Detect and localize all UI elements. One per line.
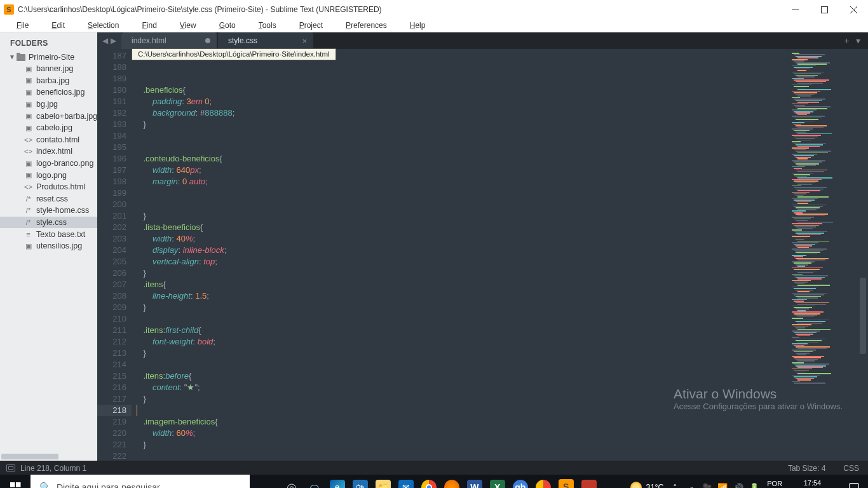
- file-type-icon: /*: [23, 219, 34, 226]
- task-view-button[interactable]: ◎: [283, 478, 301, 488]
- file-label: beneficios.jpg: [36, 88, 85, 97]
- file-label: utensilios.jpg: [36, 241, 82, 250]
- taskbar-app-other[interactable]: [580, 478, 598, 488]
- file-banner-jpg[interactable]: ▣banner.jpg: [0, 63, 97, 75]
- file-barba-jpg[interactable]: ▣barba.jpg: [0, 75, 97, 87]
- taskbar-app-chrome-canary[interactable]: [534, 478, 552, 488]
- input-language[interactable]: POR PTB2: [766, 480, 783, 488]
- status-syntax[interactable]: CSS: [843, 464, 859, 473]
- folder-icon: [17, 54, 25, 61]
- file-label: cabelo.jpg: [36, 123, 72, 132]
- file-beneficios-jpg[interactable]: ▣beneficios.jpg: [0, 86, 97, 98]
- tab-history-nav[interactable]: ◀▶: [97, 32, 121, 49]
- taskbar-app-firefox[interactable]: [443, 478, 461, 488]
- file-label: Produtos.html: [36, 182, 85, 191]
- taskbar-app-word[interactable]: W: [466, 478, 484, 488]
- file-label: reset.css: [36, 194, 68, 203]
- new-tab-button[interactable]: +: [844, 36, 849, 46]
- taskbar-app-cluster: ◎ ⬭ e 🛍 📁 ✉ W X qb S: [250, 478, 630, 488]
- sidebar-horizontal-scrollbar[interactable]: [0, 452, 97, 461]
- wifi-icon[interactable]: 📶: [717, 483, 728, 489]
- minimize-button[interactable]: [780, 0, 810, 19]
- disclosure-triangle-icon[interactable]: ▼: [9, 53, 15, 60]
- file-Texto-base-txt[interactable]: ≡Texto base.txt: [0, 228, 97, 240]
- taskbar-app-excel[interactable]: X: [489, 478, 506, 488]
- taskbar-search[interactable]: 🔍 Digite aqui para pesquisar: [31, 475, 250, 488]
- file-logo-png[interactable]: ▣logo.png: [0, 169, 97, 181]
- taskbar-app-qbittorrent[interactable]: qb: [512, 478, 529, 488]
- file-type-icon: ▣: [23, 88, 34, 97]
- volume-icon[interactable]: 🔊: [733, 483, 743, 489]
- menu-view[interactable]: View: [168, 20, 208, 31]
- editor[interactable]: 1871881891901911921931941951961971981992…: [97, 49, 868, 461]
- tab-style-css[interactable]: style.css ×: [218, 32, 313, 49]
- menu-selection[interactable]: Selection: [76, 20, 130, 31]
- weather-widget[interactable]: 31°C: [630, 482, 663, 488]
- dirty-indicator-icon: [205, 38, 210, 43]
- file-label: logo-branco.png: [36, 159, 93, 168]
- action-center-button[interactable]: [841, 475, 867, 488]
- menu-edit[interactable]: Edit: [40, 20, 76, 31]
- taskbar-app-edge[interactable]: e: [329, 478, 346, 488]
- file-type-icon: ▣: [23, 112, 34, 120]
- tray-overflow-icon[interactable]: ˄: [670, 483, 680, 489]
- menu-preferences[interactable]: Preferences: [334, 20, 398, 31]
- vertical-scrollbar[interactable]: [858, 49, 868, 461]
- battery-icon[interactable]: 🔋: [749, 483, 759, 489]
- cortana-button[interactable]: ⬭: [306, 478, 323, 488]
- file-utensilios-jpg[interactable]: ▣utensilios.jpg: [0, 240, 97, 252]
- meet-now-icon[interactable]: 🎥: [702, 483, 712, 489]
- file-type-icon: ▣: [23, 124, 34, 132]
- tab-index-html[interactable]: index.html: [121, 32, 217, 49]
- taskbar-clock[interactable]: 17:54 20/05/2022: [790, 479, 835, 488]
- search-icon: 🔍: [39, 482, 51, 488]
- line-number-gutter[interactable]: 1871881891901911921931941951961971981992…: [97, 49, 132, 461]
- file-logo-branco-png[interactable]: ▣logo-branco.png: [0, 158, 97, 170]
- close-icon[interactable]: ×: [302, 36, 307, 46]
- file-label: style.css: [36, 218, 67, 227]
- taskbar-app-mail[interactable]: ✉: [397, 478, 415, 488]
- file-bg-jpg[interactable]: ▣bg.jpg: [0, 98, 97, 111]
- code-area[interactable]: } .beneficios{ padding: 3em 0; backgroun…: [132, 49, 788, 461]
- file-type-icon: ≡: [23, 231, 34, 238]
- menu-tools[interactable]: Tools: [247, 20, 288, 31]
- windows-logo-icon: [10, 482, 21, 489]
- tab-label: index.html: [132, 36, 166, 45]
- status-tab-size[interactable]: Tab Size: 4: [788, 464, 825, 473]
- start-button[interactable]: [0, 475, 31, 488]
- menu-goto[interactable]: Goto: [208, 20, 247, 31]
- folder-primeiro-site[interactable]: ▼ Primeiro-Site: [0, 51, 97, 63]
- close-button[interactable]: [839, 0, 868, 19]
- file-label: cabelo+barba.jpg: [36, 112, 97, 121]
- menu-file[interactable]: File: [5, 20, 40, 31]
- maximize-button[interactable]: [810, 0, 839, 19]
- sidebar: FOLDERS ▼ Primeiro-Site ▣banner.jpg▣barb…: [0, 32, 97, 461]
- file-style-home-css[interactable]: /*style-home.css: [0, 205, 97, 217]
- minimap[interactable]: [788, 49, 858, 461]
- file-label: banner.jpg: [36, 64, 73, 73]
- panel-switcher-icon[interactable]: [6, 464, 15, 471]
- file-cabelo-jpg[interactable]: ▣cabelo.jpg: [0, 122, 97, 134]
- file-cabelo-barba-jpg[interactable]: ▣cabelo+barba.jpg: [0, 110, 97, 122]
- file-type-icon: /*: [23, 207, 34, 214]
- tab-overflow-button[interactable]: ▾: [856, 36, 860, 46]
- taskbar-app-store[interactable]: 🛍: [351, 478, 369, 488]
- file-style-css[interactable]: /*style.css: [0, 217, 97, 229]
- svg-rect-1: [821, 6, 827, 13]
- menu-project[interactable]: Project: [288, 20, 334, 31]
- menu-help[interactable]: Help: [398, 20, 437, 31]
- file-label: Texto base.txt: [36, 230, 85, 239]
- taskbar-app-sublime[interactable]: S: [557, 478, 575, 488]
- file-reset-css[interactable]: /*reset.css: [0, 193, 97, 205]
- file-index-html[interactable]: <>index.html: [0, 146, 97, 158]
- onedrive-icon[interactable]: ☁: [686, 483, 696, 489]
- taskbar-app-chrome[interactable]: [420, 478, 438, 488]
- file-type-icon: ▣: [23, 76, 34, 85]
- file-Produtos-html[interactable]: <>Produtos.html: [0, 181, 97, 193]
- menu-find[interactable]: Find: [130, 20, 168, 31]
- taskbar-app-explorer[interactable]: 📁: [374, 478, 392, 488]
- status-cursor-position[interactable]: Line 218, Column 1: [20, 464, 86, 473]
- file-label: style-home.css: [36, 206, 89, 215]
- file-contato-html[interactable]: <>contato.html: [0, 134, 97, 146]
- tab-label: style.css: [228, 36, 257, 45]
